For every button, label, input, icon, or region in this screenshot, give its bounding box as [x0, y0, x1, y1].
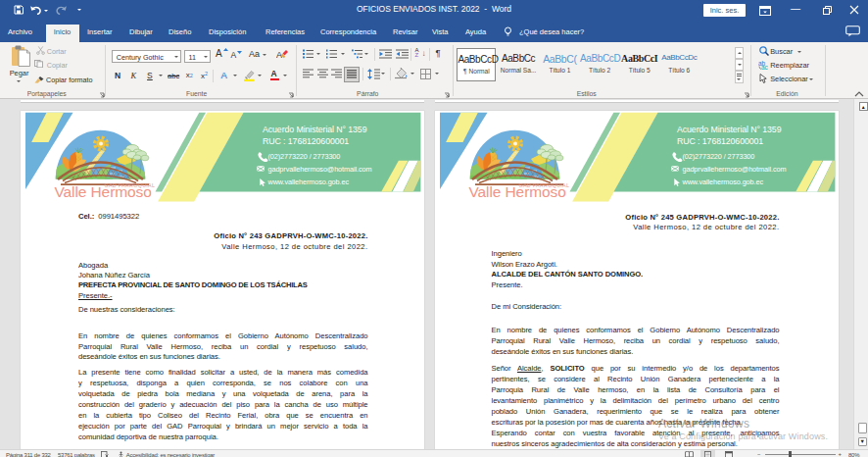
svg-text:(02)2773220 / 2773300: (02)2773220 / 2773300	[267, 152, 340, 161]
svg-text:ac: ac	[761, 64, 769, 70]
svg-text:gadprvallehermoso@hotmail.com: gadprvallehermoso@hotmail.com	[267, 165, 371, 174]
svg-text:www.vallehermoso.gob.ec: www.vallehermoso.gob.ec	[266, 178, 349, 186]
svg-text:RUC : 1768120600001: RUC : 1768120600001	[263, 136, 349, 146]
svg-text:Valle Hermoso: Valle Hermoso	[54, 183, 151, 200]
svg-text:Acuerdo Ministerial N° 1359: Acuerdo Ministerial N° 1359	[263, 125, 367, 134]
